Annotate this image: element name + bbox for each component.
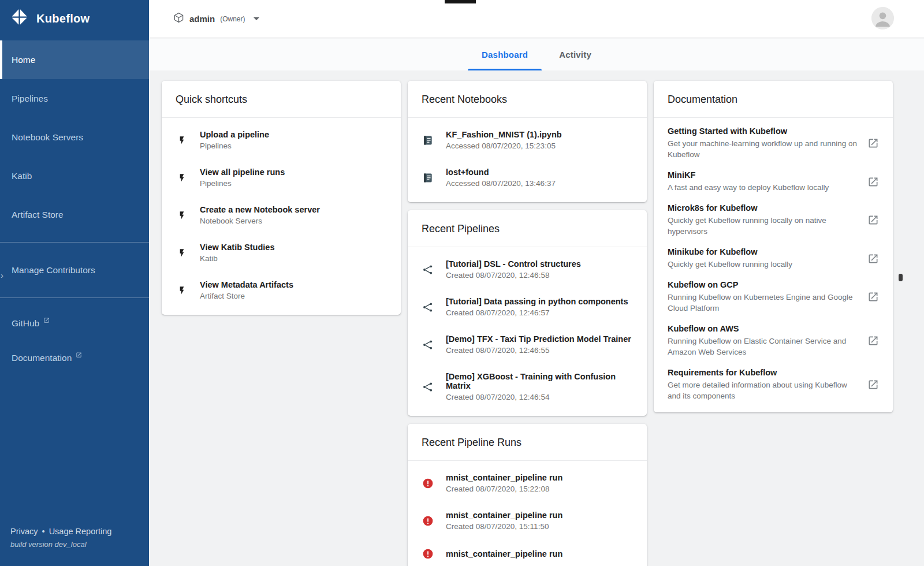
namespace-name: admin xyxy=(189,14,215,24)
quick-shortcut-item[interactable]: Upload a pipeline Pipelines xyxy=(162,121,401,159)
item-subtitle: Created 08/07/2020, 15:11:50 xyxy=(446,522,562,531)
sidebar-secondary-nav: Manage Contributors xyxy=(0,251,149,289)
sidebar-nav-item-label: Home xyxy=(12,55,35,65)
open-in-new-icon xyxy=(76,350,82,360)
item-subtitle: Created 08/07/2020, 12:46:55 xyxy=(446,346,631,355)
column-left: Quick shortcuts Upload a pipeline Pipeli… xyxy=(162,81,401,315)
pipeline-run-item[interactable]: mnist_container_pipeline run xyxy=(408,539,647,566)
avatar-icon xyxy=(871,7,894,29)
doc-title: Microk8s for Kubeflow xyxy=(668,203,859,213)
documentation-link-item[interactable]: Getting Started with Kubeflow Get your m… xyxy=(654,121,893,165)
tab[interactable]: Dashboard xyxy=(466,39,543,70)
documentation-link-item[interactable]: Kubeflow on GCP Running Kubeflow on Kube… xyxy=(654,275,893,319)
sidebar-nav-item[interactable]: Katib xyxy=(0,157,149,195)
doc-description: Get your machine-learning workflow up an… xyxy=(668,138,859,160)
sidebar-nav-item-label: Notebook Servers xyxy=(12,132,83,143)
error-icon xyxy=(422,478,434,489)
item-title: mnist_container_pipeline run xyxy=(446,549,562,558)
sidebar-external-links: GitHub Documentation xyxy=(0,306,149,375)
notebook-icon xyxy=(422,135,434,146)
pipeline-run-item[interactable]: mnist_container_pipeline run Created 08/… xyxy=(408,464,647,502)
sidebar-nav-item[interactable]: Artifact Store xyxy=(0,195,149,234)
documentation-link-item[interactable]: Requirements for Kubeflow Get more detai… xyxy=(654,363,893,407)
card-recent-pipelines: Recent Pipelines [Tutorial] DSL - Contro… xyxy=(408,210,647,416)
documentation-link-item[interactable]: Minikube for Kubeflow Quickly get Kubefl… xyxy=(654,242,893,275)
tab[interactable]: Activity xyxy=(543,39,607,70)
pipeline-item[interactable]: [Tutorial] DSL - Control structures Crea… xyxy=(408,251,647,288)
item-title: View all pipeline runs xyxy=(200,167,285,177)
item-title: [Tutorial] Data passing in python compon… xyxy=(446,297,628,306)
tab-bar: Dashboard Activity xyxy=(149,39,924,70)
sidebar-external-link[interactable]: Documentation xyxy=(0,341,149,375)
bolt-icon xyxy=(176,285,188,296)
doc-description: Quickly get Kubeflow running locally on … xyxy=(668,215,859,237)
sidebar-nav-item[interactable]: Notebook Servers xyxy=(0,118,149,157)
sidebar-nav: Home Pipelines Notebook Servers Katib Ar… xyxy=(0,40,149,234)
item-title: KF_Fashion_MNIST (1).ipynb xyxy=(446,130,562,139)
item-subtitle: Pipelines xyxy=(200,179,285,188)
doc-title: Getting Started with Kubeflow xyxy=(668,126,859,136)
documentation-link-item[interactable]: Kubeflow on AWS Running Kubeflow on Elas… xyxy=(654,319,893,363)
item-subtitle: Notebook Servers xyxy=(200,217,320,225)
footer-separator: • xyxy=(42,527,45,536)
error-icon xyxy=(422,515,434,527)
sidebar-external-link-label: GitHub xyxy=(12,318,39,329)
notebook-icon xyxy=(422,172,434,184)
item-subtitle: Katib xyxy=(200,254,274,263)
doc-description: Quickly get Kubeflow running locally xyxy=(668,259,859,270)
notebook-item[interactable]: lost+found Accessed 08/07/2020, 13:46:37 xyxy=(408,159,647,196)
doc-description: Running Kubeflow on Kubernetes Engine an… xyxy=(668,292,859,314)
item-title: [Demo] XGBoost - Training with Confusion… xyxy=(446,372,633,390)
bolt-icon xyxy=(176,172,188,184)
item-title: mnist_container_pipeline run xyxy=(446,511,562,520)
quick-shortcut-item[interactable]: View Katib Studies Katib xyxy=(162,234,401,271)
kubeflow-logo-icon xyxy=(10,8,29,29)
sidebar-nav-item-label: Katib xyxy=(12,171,32,181)
sidebar-nav-item-label: Manage Contributors xyxy=(12,265,95,275)
namespace-role: (Owner) xyxy=(220,15,245,23)
quick-shortcuts-list: Upload a pipeline Pipelines View all pip… xyxy=(162,118,401,315)
quick-shortcut-item[interactable]: View Metadata Artifacts Artifact Store xyxy=(162,271,401,309)
topbar: admin (Owner) xyxy=(149,0,924,38)
card-title: Recent Pipeline Runs xyxy=(408,424,647,461)
pipeline-item[interactable]: [Demo] TFX - Taxi Tip Prediction Model T… xyxy=(408,326,647,363)
sidebar-divider xyxy=(0,297,149,298)
documentation-link-item[interactable]: MiniKF A fast and easy way to deploy Kub… xyxy=(654,165,893,198)
item-title: [Tutorial] DSL - Control structures xyxy=(446,259,581,269)
pipeline-item[interactable]: [Tutorial] Data passing in python compon… xyxy=(408,288,647,326)
sidebar-nav-item[interactable]: Pipelines xyxy=(0,79,149,118)
pipeline-item[interactable]: [Demo] XGBoost - Training with Confusion… xyxy=(408,363,647,410)
sidebar-external-link[interactable]: GitHub xyxy=(0,306,149,341)
documentation-link-item[interactable]: Microk8s for Kubeflow Quickly get Kubefl… xyxy=(654,198,893,242)
open-in-new-icon xyxy=(43,315,50,326)
card-documentation: Documentation Getting Started with Kubef… xyxy=(654,81,893,412)
pipeline-icon xyxy=(422,339,434,351)
sidebar-nav-item[interactable]: Home xyxy=(0,40,149,79)
privacy-link[interactable]: Privacy xyxy=(10,527,38,536)
quick-shortcut-item[interactable]: Create a new Notebook server Notebook Se… xyxy=(162,196,401,234)
sidebar-nav-item-label: Pipelines xyxy=(12,94,48,104)
sidebar-nav-item-manage-contributors[interactable]: Manage Contributors xyxy=(0,251,149,289)
card-title: Quick shortcuts xyxy=(162,81,401,118)
usage-reporting-link[interactable]: Usage Reporting xyxy=(49,527,112,536)
card-recent-notebooks: Recent Notebooks KF_Fashion_ xyxy=(408,81,647,202)
doc-title: Kubeflow on AWS xyxy=(668,324,859,333)
scrollbar-thumb[interactable] xyxy=(899,274,903,281)
namespace-selector[interactable]: admin (Owner) xyxy=(173,12,259,25)
doc-description: Get more detailed information about usin… xyxy=(668,379,859,401)
pipeline-run-item[interactable]: mnist_container_pipeline run Created 08/… xyxy=(408,502,647,539)
clipped-page-title-artifact xyxy=(445,0,476,3)
item-title: Create a new Notebook server xyxy=(200,205,320,214)
build-version: build version dev_local xyxy=(10,540,111,549)
open-in-new-icon xyxy=(867,176,879,188)
item-subtitle: Created 08/07/2020, 12:46:54 xyxy=(446,393,633,401)
item-title: Upload a pipeline xyxy=(200,130,269,139)
error-icon xyxy=(422,548,434,560)
pipeline-icon xyxy=(422,264,434,275)
open-in-new-icon xyxy=(867,335,879,347)
item-title: View Katib Studies xyxy=(200,243,274,252)
notebook-item[interactable]: KF_Fashion_MNIST (1).ipynb Accessed 08/0… xyxy=(408,121,647,159)
quick-shortcut-item[interactable]: View all pipeline runs Pipelines xyxy=(162,159,401,196)
sidebar-collapse-chevron[interactable]: › xyxy=(1,270,3,280)
avatar[interactable] xyxy=(871,7,894,29)
